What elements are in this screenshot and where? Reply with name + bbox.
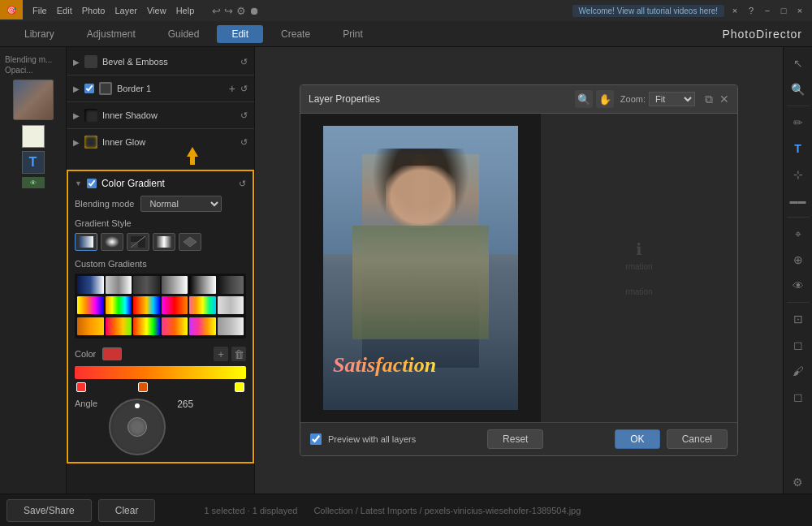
layer-reset-shadow[interactable]: ↺ <box>240 110 248 121</box>
gradient-swatch-15[interactable] <box>133 317 160 335</box>
angle-knob[interactable] <box>127 417 147 437</box>
foreground-color-swatch[interactable] <box>22 125 45 148</box>
undo-icon[interactable]: ↩ <box>212 5 221 17</box>
gradient-style-radial-btn[interactable] <box>101 233 123 251</box>
layer-item-inner-glow[interactable]: ▶ Inner Glow ↺ <box>67 131 254 153</box>
gradient-style-reflected-btn[interactable] <box>153 233 175 251</box>
gradient-style-linear-btn[interactable] <box>75 233 97 251</box>
angle-dial[interactable] <box>109 399 166 455</box>
gradient-style-angle-btn[interactable] <box>127 233 149 251</box>
adjust-tool-btn[interactable]: ▬▬ <box>787 189 810 212</box>
crop-tool-btn[interactable]: ⊡ <box>787 308 810 330</box>
redo-icon[interactable]: ↪ <box>224 5 233 17</box>
text-tool-btn[interactable]: T <box>787 137 810 160</box>
clone-tool-btn[interactable]: ⌖ <box>787 222 810 245</box>
menu-layer[interactable]: Layer <box>114 6 137 15</box>
transform-tool-btn[interactable]: ⊹ <box>787 163 810 186</box>
delete-color-btn[interactable]: 🗑 <box>231 347 246 361</box>
gradient-swatch-3[interactable] <box>133 276 160 294</box>
layer-item-inner-shadow[interactable]: ▶ Inner Shadow ↺ <box>67 104 254 127</box>
tutorial-close-btn[interactable]: × <box>729 5 741 16</box>
eraser-tool-btn[interactable]: ◻ <box>787 386 810 408</box>
gradient-swatch-14[interactable] <box>106 317 132 335</box>
visibility-icon[interactable]: 👁 <box>22 177 45 188</box>
gradient-swatch-18[interactable] <box>218 317 244 335</box>
reset-button[interactable]: Reset <box>487 429 543 449</box>
tutorial-banner[interactable]: Welcome! View all tutorial videos here! <box>572 5 724 17</box>
color-swatch[interactable] <box>102 347 122 360</box>
minimize-btn[interactable]: − <box>762 5 773 16</box>
cursor-tool-btn[interactable]: ↖ <box>787 52 810 75</box>
menu-file[interactable]: File <box>32 6 47 15</box>
gradient-stop-right[interactable] <box>235 382 244 392</box>
angle-dial-container[interactable] <box>109 399 166 455</box>
layer-item-border[interactable]: ▶ Border 1 + ↺ <box>67 77 254 100</box>
gradient-bar[interactable] <box>75 366 246 379</box>
blending-mode-select[interactable]: Normal Multiply Screen Overlay <box>140 196 222 212</box>
add-color-btn[interactable]: + <box>214 347 228 361</box>
gradient-swatch-11[interactable] <box>189 296 216 314</box>
save-share-button[interactable]: Save/Share <box>6 499 92 522</box>
dialog-pan-icon[interactable]: ✋ <box>596 90 614 108</box>
layer-visible-gradient[interactable] <box>87 179 97 188</box>
app-logo: 🎯 <box>0 0 23 19</box>
tab-guided[interactable]: Guided <box>153 25 214 43</box>
gradient-stop-left[interactable] <box>76 382 86 392</box>
layer-reset-bevel[interactable]: ↺ <box>240 57 248 67</box>
gradient-swatch-9[interactable] <box>133 296 160 314</box>
layer-add-btn[interactable]: + <box>229 82 235 95</box>
settings-icon[interactable]: ⚙ <box>236 5 246 17</box>
layer-reset-btn[interactable]: ↺ <box>240 84 248 94</box>
ok-button[interactable]: OK <box>615 429 659 449</box>
maximize-btn[interactable]: □ <box>778 5 789 16</box>
record-icon[interactable]: ⏺ <box>249 5 260 17</box>
clear-button[interactable]: Clear <box>98 499 156 522</box>
right-sidebar: ↖ 🔍 ✏ T ⊹ ▬▬ ⌖ ⊕ 👁 ⊡ ◻ 🖌 ◻ ⚙ <box>783 47 812 494</box>
gradient-swatch-6[interactable] <box>218 276 244 294</box>
menu-view[interactable]: View <box>147 6 166 15</box>
zoom-select[interactable]: Fit 100% 50% <box>649 92 695 106</box>
menu-help[interactable]: Help <box>176 6 195 15</box>
gradient-reset-btn[interactable]: ↺ <box>239 179 246 189</box>
gradient-swatch-13[interactable] <box>77 317 104 335</box>
svg-rect-6 <box>157 236 171 248</box>
redeye-tool-btn[interactable]: 👁 <box>787 274 810 297</box>
gradient-swatch-10[interactable] <box>162 296 188 314</box>
gradient-swatch-7[interactable] <box>77 296 104 314</box>
layer-thumbnail[interactable] <box>13 80 54 120</box>
pencil-tool-btn[interactable]: ✏ <box>787 111 810 134</box>
dialog-close-btn[interactable]: ✕ <box>719 93 729 106</box>
heal-tool-btn[interactable]: ⊕ <box>787 248 810 271</box>
shape-tool-btn[interactable]: ◻ <box>787 334 810 356</box>
gradient-swatch-17[interactable] <box>189 317 216 335</box>
gradient-swatch-4[interactable] <box>162 276 188 294</box>
layer-reset-glow[interactable]: ↺ <box>240 137 248 148</box>
menu-photo[interactable]: Photo <box>82 6 106 15</box>
preview-checkbox[interactable] <box>310 433 322 445</box>
gradient-swatch-5[interactable] <box>189 276 216 294</box>
layer-item-bevel-emboss[interactable]: ▶ Bevel & Emboss ↺ <box>67 50 254 73</box>
gradient-style-diamond-btn[interactable] <box>179 233 201 251</box>
diamond-gradient-icon <box>183 236 197 248</box>
menu-edit[interactable]: Edit <box>57 6 72 15</box>
cancel-button[interactable]: Cancel <box>667 429 728 449</box>
help-question-btn[interactable]: ? <box>745 5 757 16</box>
settings-tool-btn[interactable]: ⚙ <box>787 471 810 494</box>
tab-create[interactable]: Create <box>266 25 325 43</box>
tab-library[interactable]: Library <box>10 25 69 43</box>
dialog-restore-btn[interactable]: ⧉ <box>705 93 713 106</box>
tab-print[interactable]: Print <box>328 25 378 43</box>
brush-tool-btn[interactable]: 🖌 <box>787 360 810 382</box>
close-btn[interactable]: × <box>794 5 806 16</box>
gradient-swatch-8[interactable] <box>106 296 132 314</box>
zoom-tool-btn[interactable]: 🔍 <box>787 78 810 101</box>
gradient-swatch-16[interactable] <box>162 317 188 335</box>
gradient-swatch-2[interactable] <box>106 276 132 294</box>
tab-adjustment[interactable]: Adjustment <box>72 25 150 43</box>
gradient-stop-mid[interactable] <box>138 382 148 392</box>
dialog-zoom-icon[interactable]: 🔍 <box>575 90 593 108</box>
layer-visible-border[interactable] <box>84 84 94 93</box>
tab-edit[interactable]: Edit <box>217 25 263 43</box>
gradient-swatch-12[interactable] <box>218 296 244 314</box>
gradient-swatch-1[interactable] <box>77 276 104 294</box>
